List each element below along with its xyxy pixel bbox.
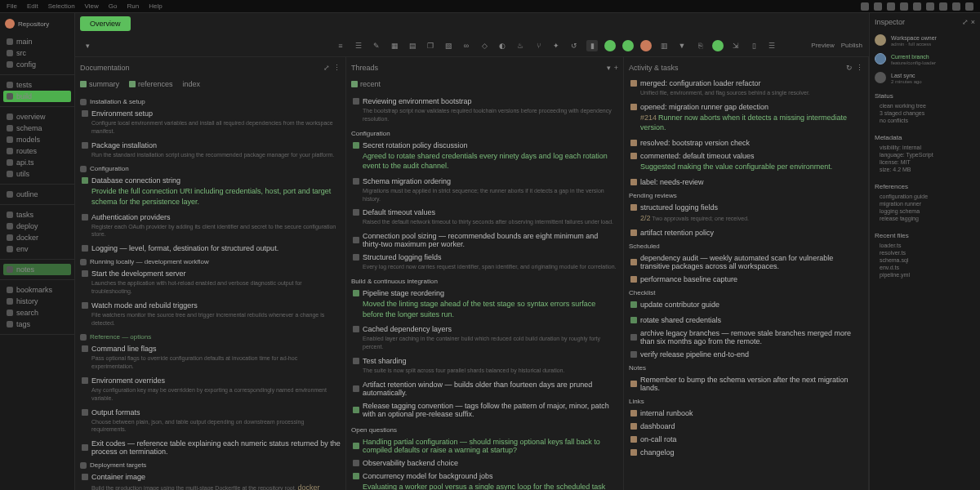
thread-entry[interactable]: Reviewing environment bootstrapThe boots… xyxy=(351,95,618,127)
list-icon[interactable]: ☰ xyxy=(353,40,364,51)
inspector-line[interactable]: loader.ts xyxy=(875,242,975,249)
menu-run[interactable]: Run xyxy=(127,2,139,10)
sidebar-item-search[interactable]: search xyxy=(3,307,71,318)
status-dot-2[interactable] xyxy=(622,40,634,51)
col1-expand-icon[interactable]: ⤢ xyxy=(323,64,330,72)
inspector-line[interactable]: 3 staged changes xyxy=(875,109,975,117)
sidebar-item-api.ts[interactable]: api.ts xyxy=(3,157,71,168)
sidebar-item-outline[interactable]: outline xyxy=(3,189,71,200)
grid-icon[interactable]: ▧ xyxy=(443,40,454,51)
doc-entry[interactable]: Container imageBuild the production imag… xyxy=(80,470,341,490)
activity-entry[interactable]: merged: configuration loader refactorUni… xyxy=(629,77,863,100)
thread-entry[interactable]: Test shardingThe suite is now split acro… xyxy=(351,354,618,378)
ellipsis-icon[interactable] xyxy=(926,2,934,11)
inspector-line[interactable]: pipeline.yml xyxy=(875,271,975,278)
doc-entry[interactable]: Watch mode and rebuild triggersFile watc… xyxy=(80,299,341,331)
sidebar-item-bookmarks[interactable]: bookmarks xyxy=(3,284,71,296)
attach-icon[interactable]: ⎘ xyxy=(694,40,706,51)
activity-entry[interactable]: on-call rota xyxy=(629,433,863,446)
subtab-index[interactable]: index xyxy=(183,80,201,88)
activity-entry[interactable]: opened: migration runner gap detection #… xyxy=(629,100,863,136)
sidebar-item-notes[interactable]: notes xyxy=(3,264,71,275)
branch-icon[interactable]: ⑂ xyxy=(532,40,544,51)
sync-icon[interactable] xyxy=(874,2,882,11)
sidebar-item-config[interactable]: config xyxy=(3,59,71,70)
activity-entry[interactable]: Remember to bump the schema version afte… xyxy=(629,373,863,394)
sidebar-item-tags[interactable]: tags xyxy=(3,318,71,330)
thread-entry[interactable]: Release tagging convention — tags follow… xyxy=(351,399,618,423)
inspector-profile-item[interactable]: Workspace owneradmin · full access xyxy=(875,31,975,50)
menu-edit[interactable]: Edit xyxy=(27,2,38,10)
activity-entry[interactable]: resolved: bootstrap version check xyxy=(629,136,863,149)
thread-entry[interactable]: Connection pool sizing — recommended bou… xyxy=(351,229,618,251)
menu-selection[interactable]: Selection xyxy=(48,2,75,10)
flame-icon[interactable]: ♨ xyxy=(514,40,526,51)
filter-icon[interactable]: ▼ xyxy=(676,40,688,51)
sidebar-item-overview[interactable]: overview xyxy=(3,111,71,122)
status-dot-4[interactable] xyxy=(712,40,724,51)
activity-entry[interactable]: label: needs-review xyxy=(629,176,863,189)
calendar-icon[interactable]: ▥ xyxy=(658,40,670,51)
doc-entry[interactable]: Environment setupConfigure local environ… xyxy=(80,107,341,139)
activity-entry[interactable]: commented: default timeout valuesSuggest… xyxy=(629,149,863,176)
sidebar-item-utils[interactable]: utils xyxy=(3,168,71,180)
image-icon[interactable]: ▦ xyxy=(389,40,400,51)
code-icon[interactable]: ◇ xyxy=(479,40,490,51)
subtab-summary[interactable]: summary xyxy=(80,80,119,88)
col2-filter[interactable]: recent xyxy=(351,80,381,88)
right-expand-icon[interactable]: ⤢ xyxy=(962,18,969,26)
inspector-line[interactable]: clean working tree xyxy=(875,102,975,109)
action-preview[interactable]: Preview xyxy=(811,42,834,49)
subtab-references[interactable]: references xyxy=(129,80,173,88)
sidebar-item-src[interactable]: src xyxy=(3,47,71,59)
thread-entry[interactable]: Secret rotation policy discussionAgreed … xyxy=(351,139,618,175)
thread-entry[interactable]: Structured logging fieldsEvery log recor… xyxy=(351,251,618,274)
palette-icon[interactable]: ◐ xyxy=(497,40,508,51)
col3-refresh-icon[interactable]: ↻ xyxy=(846,64,853,72)
layers-icon[interactable]: ❐ xyxy=(425,40,436,51)
thread-entry[interactable]: Observability backend choice xyxy=(351,457,618,470)
activity-entry[interactable]: changelog xyxy=(629,446,863,459)
inspector-line[interactable]: migration runner xyxy=(875,200,975,207)
status-dot-3[interactable] xyxy=(640,40,652,51)
status-dot-1[interactable] xyxy=(604,40,616,51)
inspector-line[interactable]: logging schema xyxy=(875,207,975,215)
activity-entry[interactable]: dashboard xyxy=(629,420,863,433)
menu-file[interactable]: File xyxy=(7,2,17,10)
sidebar-item-routes[interactable]: routes xyxy=(3,145,71,157)
inspector-line[interactable]: schema.sql xyxy=(875,256,975,264)
user-icon[interactable] xyxy=(900,2,908,11)
doc-entry[interactable]: Command line flagsPass optional flags to… xyxy=(80,342,341,374)
doc-entry[interactable]: Package installationRun the standard ins… xyxy=(80,139,341,163)
activity-entry[interactable]: rotate shared credentials xyxy=(629,314,863,327)
sparkle-icon[interactable]: ✦ xyxy=(550,40,562,51)
doc-entry[interactable]: Start the development serverLaunches the… xyxy=(80,267,341,299)
menu-go[interactable]: Go xyxy=(109,2,118,10)
sidebar-item-docker[interactable]: docker xyxy=(3,232,71,243)
min-icon[interactable] xyxy=(939,2,947,11)
right-close-icon[interactable]: × xyxy=(971,18,975,26)
chevron-down-icon[interactable]: ▾ xyxy=(82,40,93,51)
col2-filter-icon[interactable]: ▾ xyxy=(607,64,611,72)
activity-entry[interactable]: structured logging fields 2/2 Two approv… xyxy=(629,201,863,227)
doc-entry[interactable]: Logging — level, format, destination for… xyxy=(80,242,341,255)
sidebar-workspace-header[interactable]: Repository xyxy=(0,13,74,34)
sidebar-item-env[interactable]: env xyxy=(3,243,71,255)
sidebar-item-main[interactable]: main xyxy=(3,36,71,47)
export-icon[interactable]: ⇲ xyxy=(730,40,742,51)
col3-more-icon[interactable]: ⋮ xyxy=(856,64,863,72)
sidebar-item-schema[interactable]: schema xyxy=(3,122,71,134)
thread-entry[interactable]: Pipeline stage reorderingMoved the linti… xyxy=(351,287,618,323)
activity-entry[interactable]: performance baseline capture xyxy=(629,273,863,286)
action-publish[interactable]: Publish xyxy=(841,42,862,49)
col1-more-icon[interactable]: ⋮ xyxy=(333,64,341,72)
col2-more-icon[interactable]: + xyxy=(614,64,618,72)
window-icon[interactable] xyxy=(913,2,921,11)
doc-entry[interactable]: Database connection stringProvide the fu… xyxy=(80,174,341,210)
sidebar-item-models[interactable]: models xyxy=(3,134,71,145)
menu-icon[interactable]: ☰ xyxy=(766,40,777,51)
align-left-icon[interactable]: ≡ xyxy=(335,40,346,51)
activity-entry[interactable]: verify release pipeline end-to-end xyxy=(629,348,863,361)
inspector-line[interactable]: release tagging xyxy=(875,215,975,222)
inspector-line[interactable]: license: MIT xyxy=(875,158,975,166)
